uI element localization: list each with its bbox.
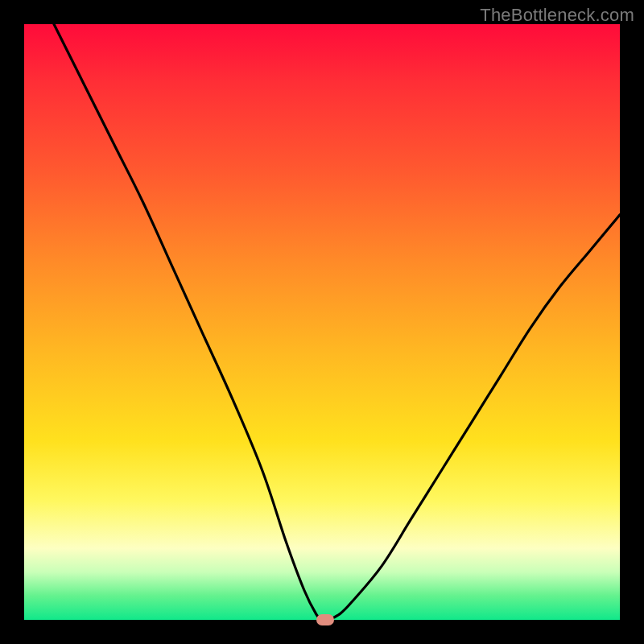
minimum-marker	[316, 614, 334, 625]
bottleneck-curve	[24, 24, 620, 620]
watermark-text: TheBottleneck.com	[480, 5, 634, 26]
chart-frame: TheBottleneck.com	[0, 0, 644, 644]
plot-area	[24, 24, 620, 620]
